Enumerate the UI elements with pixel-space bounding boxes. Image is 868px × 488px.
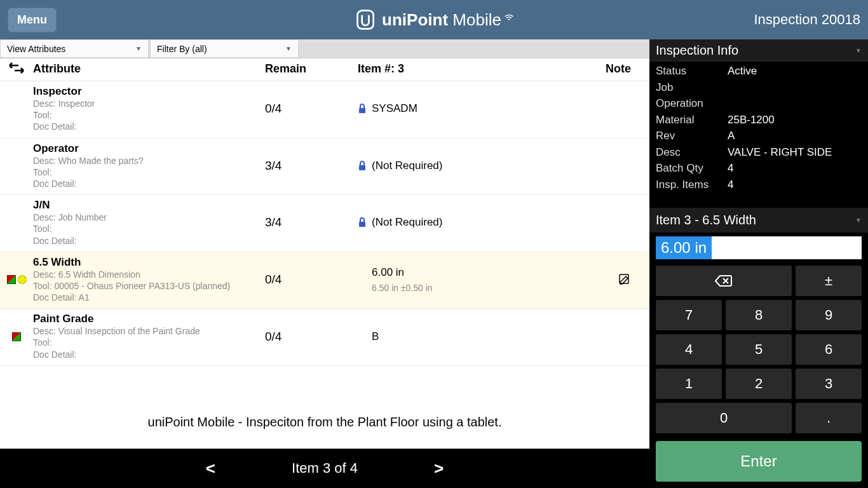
brand-main: uniPoint [382,10,448,29]
info-row: RevA [656,128,862,144]
attribute-desc: Desc: Visual Insepction of the Paint Gra… [33,325,265,337]
attribute-tool: Tool: [33,337,265,348]
warning-flag-icon [18,275,27,284]
svg-rect-3 [359,222,365,227]
attribute-doc: Doc Detail: [33,235,265,247]
attribute-row[interactable]: J/NDesc: Job NumberTool:Doc Detail:3/4(N… [0,195,649,252]
filter-bar: View Attributes ▼ Filter By (all) ▼ [0,39,649,58]
page-caption: uniPoint Mobile - Inspeciton from the Pl… [0,396,649,449]
pager-label: Item 3 of 4 [292,460,358,477]
col-item[interactable]: Item #: 3 [358,62,606,77]
sort-icon[interactable] [8,64,25,76]
info-value: Active [728,63,757,79]
prev-item-button[interactable]: < [206,459,215,478]
inspection-id: Inspection 20018 [754,11,860,28]
value-input[interactable]: 6.00 in [656,236,862,259]
key-5[interactable]: 5 [726,334,792,365]
attribute-row[interactable]: InspectorDesc: InspectorTool:Doc Detail:… [0,81,649,139]
remain-value: 0/4 [265,102,358,116]
key-7[interactable]: 7 [656,300,722,330]
inspection-info-header[interactable]: Inspection Info ▼ [649,39,868,62]
attribute-tool: Tool: [33,223,265,234]
key-6[interactable]: 6 [796,334,862,365]
info-label: Insp. Items [656,177,728,193]
value-selection: 6.00 in [656,236,712,259]
attribute-name: Paint Grade [33,313,265,325]
enter-button[interactable]: Enter [656,441,862,482]
info-value: 4 [728,177,733,193]
remain-value: 3/4 [265,159,358,173]
item-value: 6.00 in [372,266,433,279]
info-value: VALVE - RIGHT SIDE [728,144,832,161]
info-label: Status [656,63,728,79]
chevron-down-icon: ▼ [135,45,142,52]
info-row: Batch Qty4 [656,160,862,177]
info-value: 25B-1200 [728,112,775,128]
next-item-button[interactable]: > [434,459,444,478]
item-value: B [372,330,379,343]
col-note[interactable]: Note [606,62,644,77]
info-label: Rev [656,128,728,144]
item-panel-title: Item 3 - 6.5 Width [656,213,756,227]
col-attribute[interactable]: Attribute [33,62,265,77]
svg-rect-1 [359,108,365,113]
info-label: Material [656,112,728,128]
attribute-name: Operator [33,142,265,155]
key-1[interactable]: 1 [656,369,722,399]
chevron-down-icon: ▼ [855,47,862,54]
lock-icon [358,104,367,114]
app-header: Menu uniPoint Mobile Inspection 20018 [0,0,868,39]
key-2[interactable]: 2 [726,369,792,399]
remain-value: 0/4 [265,330,358,344]
edit-note-icon[interactable] [619,274,630,285]
info-label: Batch Qty [656,160,728,177]
attribute-name: J/N [33,199,265,212]
attribute-row[interactable]: 6.5 WidthDesc: 6.5 Width DimensionTool: … [0,252,649,309]
attribute-doc: Doc Detail: [33,178,265,189]
filter-by-dropdown[interactable]: Filter By (all) ▼ [150,39,299,58]
key-4[interactable]: 4 [656,334,722,365]
backspace-icon [715,274,733,287]
key-0[interactable]: 0 [656,403,792,433]
view-attributes-dropdown[interactable]: View Attributes ▼ [0,39,149,58]
key-8[interactable]: 8 [726,300,792,330]
view-attributes-label: View Attributes [7,44,65,54]
key-3[interactable]: 3 [796,369,862,399]
info-row: DescVALVE - RIGHT SIDE [656,144,862,161]
brand-logo-icon [354,8,377,31]
attribute-doc: Doc Detail: [33,349,265,360]
item-tolerance: 6.50 in ±0.50 in [372,283,433,293]
inspection-info-title: Inspection Info [656,43,738,58]
chevron-down-icon: ▼ [855,217,862,224]
item-value: (Not Required) [372,159,443,172]
remain-value: 0/4 [265,273,358,287]
attribute-desc: Desc: 6.5 Width Dimension [33,269,265,280]
backspace-key[interactable] [656,266,792,296]
item-value: SYSADM [372,102,417,115]
info-label: Desc [656,144,728,161]
inspection-info-table: StatusActiveJobOperationMaterial25B-1200… [649,62,868,196]
status-flag-icon [12,332,21,341]
attribute-row[interactable]: Paint GradeDesc: Visual Insepction of th… [0,309,649,366]
key-9[interactable]: 9 [796,300,862,330]
attribute-rows: InspectorDesc: InspectorTool:Doc Detail:… [0,81,649,396]
status-flag-icon [7,275,16,284]
info-row: Material25B-1200 [656,112,862,128]
col-remain[interactable]: Remain [265,62,358,77]
menu-button[interactable]: Menu [8,8,57,32]
key-dot[interactable]: . [796,403,862,433]
brand-sub: Mobile [452,10,501,29]
info-row: Insp. Items4 [656,177,862,193]
attribute-tool: Tool: [33,166,265,178]
attribute-doc: Doc Detail: A1 [33,292,265,303]
attribute-name: 6.5 Width [33,256,265,269]
attribute-row[interactable]: OperatorDesc: Who Made the parts?Tool:Do… [0,139,649,196]
info-row: Job [656,79,862,96]
item-panel-header[interactable]: Item 3 - 6.5 Width ▼ [649,208,868,233]
info-row: Operation [656,95,862,112]
plus-minus-key[interactable]: ± [796,266,862,296]
info-label: Operation [656,95,728,112]
svg-rect-2 [359,165,365,170]
numeric-keypad: ± 7 8 9 4 5 6 1 2 3 0 . [649,263,868,436]
brand: uniPoint Mobile [354,8,514,31]
